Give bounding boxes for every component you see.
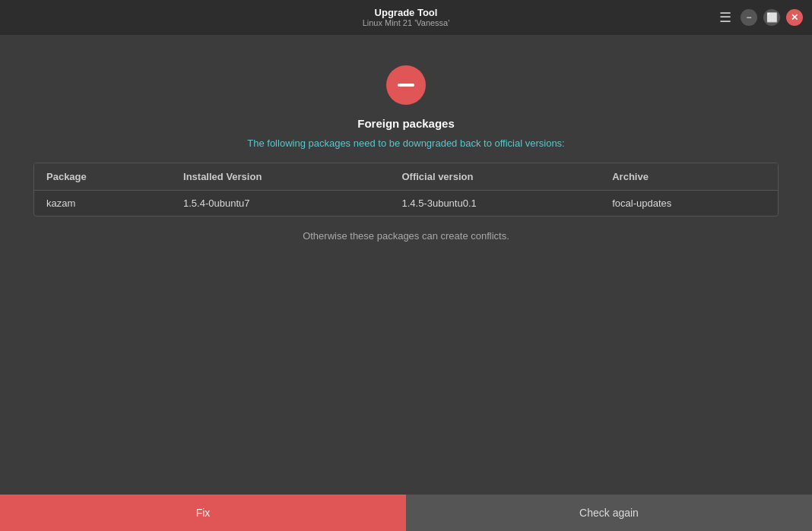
warning-icon-bar [398,84,414,87]
page-title: Foreign packages [357,117,455,130]
minimize-button[interactable]: − [741,9,757,26]
titlebar: Upgrade Tool Linux Mint 21 'Vanessa' ☰ −… [0,0,812,35]
page-description: The following packages need to be downgr… [247,137,564,149]
table-row: kazam 1.5.4-0ubuntu7 1.4.5-3ubuntu0.1 fo… [34,191,778,217]
titlebar-title: Upgrade Tool [363,7,450,19]
maximize-button[interactable]: ⬜ [763,9,780,26]
titlebar-center: Upgrade Tool Linux Mint 21 'Vanessa' [363,7,450,29]
note-text: Otherwise these packages can create conf… [303,230,509,242]
check-again-button[interactable]: Check again [406,495,812,531]
packages-table: Package Installed Version Official versi… [34,163,778,216]
fix-button[interactable]: Fix [0,495,406,531]
col-header-archive: Archive [600,163,778,191]
table-body: kazam 1.5.4-0ubuntu7 1.4.5-3ubuntu0.1 fo… [34,191,778,217]
table-header: Package Installed Version Official versi… [34,163,778,191]
packages-table-container: Package Installed Version Official versi… [33,163,779,217]
menu-icon[interactable]: ☰ [716,6,734,29]
titlebar-controls: ☰ − ⬜ ✕ [716,6,803,29]
close-button[interactable]: ✕ [786,9,803,26]
cell-installed-version: 1.5.4-0ubuntu7 [171,191,389,217]
footer: Fix Check again [0,495,812,531]
cell-official-version: 1.4.5-3ubuntu0.1 [389,191,600,217]
cell-archive: focal-updates [600,191,778,217]
col-header-official-version: Official version [389,163,600,191]
warning-icon [386,65,426,105]
titlebar-subtitle: Linux Mint 21 'Vanessa' [363,18,450,28]
cell-package: kazam [34,191,171,217]
col-header-installed-version: Installed Version [171,163,389,191]
main-content: Foreign packages The following packages … [0,35,812,495]
col-header-package: Package [34,163,171,191]
